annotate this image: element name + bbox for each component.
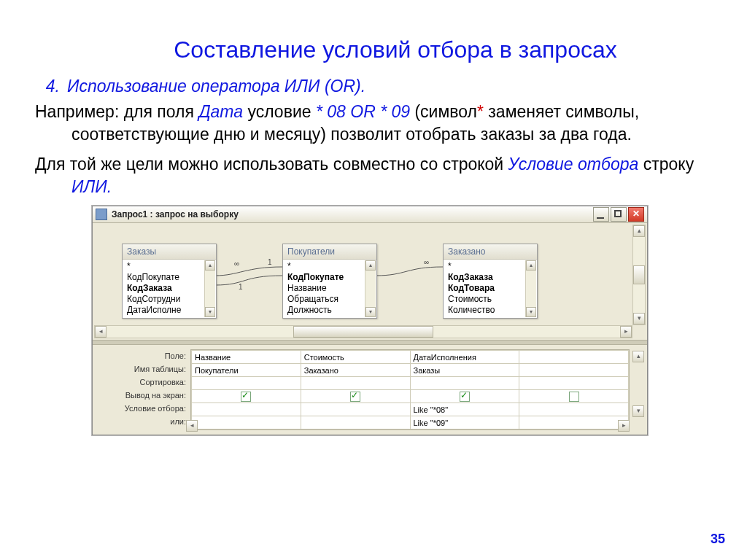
table-field[interactable]: КодСотрудни: [123, 294, 216, 305]
grid-cell[interactable]: [301, 403, 410, 416]
scroll-down-icon[interactable]: ▾: [632, 405, 644, 417]
list-number: 4.: [35, 77, 67, 96]
table-header: Покупатели: [283, 244, 376, 260]
table-header: Заказы: [123, 244, 216, 260]
table-field[interactable]: Должность: [283, 305, 376, 316]
table-field[interactable]: КодЗаказа: [444, 272, 537, 283]
grid-horizontal-scrollbar[interactable]: ◂ ▸: [186, 420, 630, 432]
grid-cell[interactable]: Like "*08": [410, 403, 519, 416]
join-label-one: 1: [268, 258, 272, 266]
show-checkbox[interactable]: [350, 392, 360, 402]
table-box[interactable]: Заказы*КодПокупатеКодЗаказаКодСотрудниДа…: [122, 244, 217, 319]
grid-cell[interactable]: [410, 377, 519, 390]
table-scrollbar[interactable]: ▴▾: [365, 260, 376, 317]
scroll-down-icon[interactable]: ▾: [633, 313, 645, 324]
grid-cell[interactable]: [301, 377, 410, 390]
tables-pane: ∞ 1 1 ∞ Заказы*КодПокупатеКодЗаказаКодСо…: [93, 223, 647, 340]
window-icon: [96, 209, 107, 220]
table-field[interactable]: ДатаИсполне: [123, 305, 216, 316]
grid-cell[interactable]: [519, 364, 629, 377]
join-label-one: 1: [239, 283, 243, 291]
grid-vertical-scrollbar[interactable]: ▴ ▾: [632, 351, 644, 417]
grid-cell[interactable]: Заказы: [410, 364, 519, 377]
show-checkbox[interactable]: [569, 392, 579, 402]
table-scrollbar[interactable]: ▴▾: [204, 260, 215, 317]
table-field[interactable]: Название: [283, 283, 376, 294]
scroll-up-icon[interactable]: ▴: [633, 225, 645, 237]
query-window: Запрос1 : запрос на выборку ✕ ∞ 1 1 ∞ За…: [92, 206, 648, 435]
grid-cell[interactable]: Стоимость: [301, 351, 410, 364]
grid-cell[interactable]: ДатаИсполнения: [410, 351, 519, 364]
scroll-right-icon[interactable]: ▸: [620, 326, 632, 338]
grid-row-label: или:: [98, 415, 186, 428]
grid-cell[interactable]: [519, 351, 629, 364]
slide-title: Составление условий отбора в запросах: [79, 36, 712, 63]
table-box[interactable]: Заказано*КодЗаказаКодТовараСтоимостьКоли…: [443, 244, 538, 319]
window-title: Запрос1 : запрос на выборку: [112, 209, 239, 219]
grid-cell[interactable]: [192, 377, 301, 390]
close-button[interactable]: ✕: [628, 207, 644, 222]
table-box[interactable]: Покупатели*КодПокупатеНазваниеОбращаться…: [282, 244, 377, 319]
maximize-button[interactable]: [611, 207, 627, 222]
grid-row-labels: Поле:Имя таблицы:Сортировка:Вывод на экр…: [98, 349, 190, 430]
table-header: Заказано: [444, 244, 537, 260]
table-scrollbar[interactable]: ▴▾: [525, 260, 536, 317]
paragraph-1: Например: для поля Дата условие * 08 OR …: [35, 101, 712, 146]
table-field[interactable]: Стоимость: [444, 294, 537, 305]
pane-splitter[interactable]: [93, 340, 647, 345]
grid-row-label: Имя таблицы:: [98, 362, 186, 376]
join-label-inf: ∞: [424, 258, 429, 266]
scroll-right-icon[interactable]: ▸: [618, 420, 630, 432]
query-grid-pane: Поле:Имя таблицы:Сортировка:Вывод на экр…: [93, 345, 647, 435]
paragraph-2: Для той же цели можно использовать совме…: [35, 153, 712, 198]
grid-row-label: Вывод на экран:: [98, 389, 186, 402]
grid-cell[interactable]: Заказано: [301, 364, 410, 377]
table-field[interactable]: *: [123, 261, 216, 272]
grid-cell[interactable]: [192, 403, 301, 416]
list-item: 4. Использование оператора ИЛИ (OR).: [35, 77, 712, 96]
table-field[interactable]: Количество: [444, 305, 537, 316]
grid-cell[interactable]: [519, 403, 629, 416]
horizontal-scrollbar[interactable]: ◂ ▸: [94, 325, 632, 338]
scroll-left-icon[interactable]: ◂: [186, 420, 198, 432]
grid-row-label: Сортировка:: [98, 376, 186, 389]
table-field[interactable]: КодТовара: [444, 283, 537, 294]
grid-cell[interactable]: Покупатели: [192, 364, 301, 377]
list-text: Использование оператора ИЛИ (OR).: [67, 77, 365, 96]
grid-row-label: Поле:: [98, 349, 186, 362]
table-field[interactable]: КодПокупате: [123, 272, 216, 283]
show-checkbox[interactable]: [241, 392, 251, 402]
scroll-left-icon[interactable]: ◂: [95, 326, 107, 338]
grid-cell[interactable]: [410, 390, 519, 403]
grid-cell[interactable]: [301, 390, 410, 403]
grid-cell[interactable]: [519, 390, 629, 403]
window-titlebar[interactable]: Запрос1 : запрос на выборку ✕: [93, 206, 647, 223]
table-field[interactable]: КодПокупате: [283, 272, 376, 283]
show-checkbox[interactable]: [460, 392, 470, 402]
page-number: 35: [711, 532, 725, 547]
join-label-inf: ∞: [234, 260, 239, 268]
grid-cell[interactable]: Название: [192, 351, 301, 364]
table-field[interactable]: *: [444, 261, 537, 272]
vertical-scrollbar[interactable]: ▴ ▾: [632, 225, 646, 325]
minimize-button[interactable]: [593, 207, 609, 222]
query-grid[interactable]: НазваниеСтоимостьДатаИсполненияПокупател…: [190, 349, 630, 430]
grid-cell[interactable]: [192, 390, 301, 403]
table-field[interactable]: КодЗаказа: [123, 283, 216, 294]
table-field[interactable]: *: [283, 261, 376, 272]
grid-row-label: Условие отбора:: [98, 402, 186, 415]
table-field[interactable]: Обращаться: [283, 294, 376, 305]
grid-cell[interactable]: [519, 377, 629, 390]
scroll-up-icon[interactable]: ▴: [632, 351, 644, 362]
